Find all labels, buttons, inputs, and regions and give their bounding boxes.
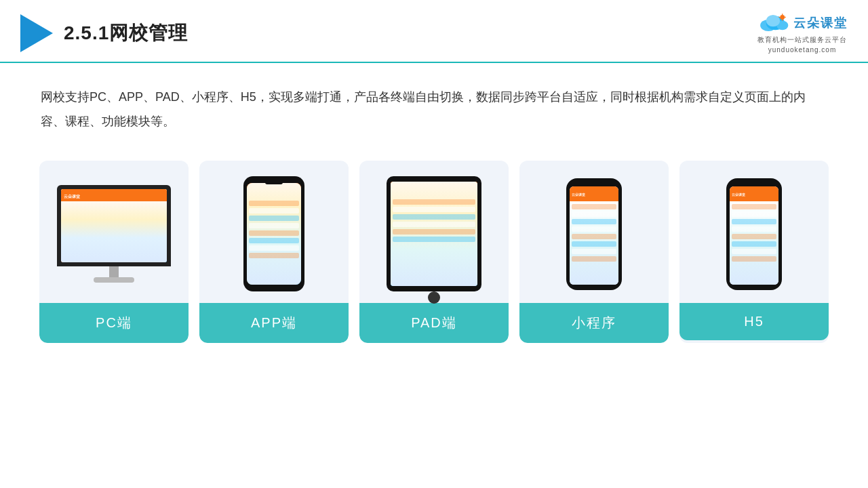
card-label-pad: PAD端 [359, 303, 509, 343]
logo-url: yunduoketang.com [768, 46, 837, 54]
monitor-brand-text: 云朵课堂 [64, 194, 80, 200]
screen-row [572, 234, 616, 239]
page-title: 2.5.1网校管理 [64, 20, 188, 46]
screen-row [732, 241, 776, 247]
tablet-content [391, 197, 477, 286]
play-icon [20, 14, 53, 52]
monitor-stand [109, 266, 119, 277]
logo-text-main: 云朵课堂 [793, 15, 848, 31]
screen-row [393, 214, 475, 220]
screen-row [63, 229, 165, 235]
card-image-app: 云朵课堂 [199, 161, 349, 303]
screen-row [393, 222, 475, 227]
screen-row [572, 249, 616, 254]
intro-text: 网校支持PC、APP、PAD、小程序、H5，实现多端打通，产品各终端自由切换，数… [0, 63, 868, 147]
cards-row: 云朵课堂 PC端 [0, 147, 868, 363]
pc-monitor: 云朵课堂 [57, 185, 171, 283]
screen-row [732, 211, 776, 217]
phone-screen-app: 云朵课堂 [247, 183, 301, 285]
tablet-screen: 云朵课堂 [391, 182, 477, 286]
screen-row [249, 238, 299, 243]
card-label-app: APP端 [199, 303, 349, 343]
screen-row [63, 222, 165, 227]
logo-area: 云朵课堂 教育机构一站式服务云平台 yunduoketang.com [757, 12, 848, 54]
h5-brand: 云朵课堂 [730, 192, 745, 197]
cloud-icon [757, 12, 789, 34]
tablet-body: 云朵课堂 [387, 176, 481, 291]
mini-phone-notch [587, 182, 601, 186]
mini-phone-body: 云朵课堂 [566, 178, 622, 290]
header: 2.5.1网校管理 云朵课堂 教育机构一站式服务云平台 yunduoketang… [0, 0, 868, 63]
mini-brand: 云朵课堂 [570, 192, 585, 197]
screen-row [249, 230, 299, 236]
screen-row [732, 204, 776, 209]
screen-row [572, 241, 616, 247]
card-image-mini: 云朵课堂 [519, 161, 669, 303]
screen-row [572, 211, 616, 217]
svg-point-3 [766, 15, 781, 26]
card-app: 云朵课堂 [199, 161, 349, 343]
screen-row [732, 256, 776, 262]
mini-phone-screen-h5: 云朵课堂 [730, 186, 778, 285]
card-label-pc: PC端 [39, 303, 189, 343]
screen-row [249, 253, 299, 258]
phone-mockup-mini: 云朵课堂 [566, 178, 622, 290]
mini-phone-screen-bar-h5: 云朵课堂 [730, 186, 778, 201]
card-pc: 云朵课堂 PC端 [39, 161, 189, 343]
card-label-h5: H5 [679, 303, 829, 340]
card-pad: 云朵课堂 PAD端 [359, 161, 509, 343]
monitor-body: 云朵课堂 [57, 185, 171, 266]
screen-row [732, 249, 776, 254]
svg-point-4 [780, 15, 785, 20]
phone-mockup-app: 云朵课堂 [243, 176, 304, 291]
monitor-base [94, 277, 134, 283]
monitor-screen: 云朵课堂 [61, 189, 167, 262]
screen-row [63, 237, 165, 242]
screen-row [249, 208, 299, 214]
card-image-pc: 云朵课堂 [39, 161, 189, 303]
screen-row [732, 234, 776, 239]
screen-row [249, 201, 299, 206]
header-left: 2.5.1网校管理 [20, 14, 188, 52]
card-mini-program: 云朵课堂 [519, 161, 669, 343]
screen-row [393, 237, 475, 242]
screen-row [572, 204, 616, 209]
mini-phone-screen-bar: 云朵课堂 [570, 186, 618, 201]
card-image-h5: 云朵课堂 [679, 161, 829, 303]
monitor-screen-content [61, 204, 167, 262]
screen-row [572, 219, 616, 224]
screen-row [732, 226, 776, 232]
card-h5: 云朵课堂 [679, 161, 829, 343]
mini-phone-body-h5: 云朵课堂 [726, 178, 782, 290]
phone-notch-app [265, 180, 283, 184]
screen-row [63, 207, 165, 212]
screen-row [393, 207, 475, 212]
screen-row [572, 226, 616, 232]
screen-row [249, 223, 299, 228]
h5-phone-content [730, 201, 778, 285]
screen-row [63, 244, 165, 249]
card-image-pad: 云朵课堂 [359, 161, 509, 303]
screen-row [249, 245, 299, 251]
screen-row [63, 214, 165, 220]
phone-mockup-h5: 云朵课堂 [726, 178, 782, 290]
mini-phone-content [570, 201, 618, 285]
mini-phone-notch-h5 [747, 182, 762, 186]
logo-cloud: 云朵课堂 [757, 12, 848, 34]
screen-row [393, 229, 475, 235]
screen-row [249, 216, 299, 221]
phone-content-app [247, 198, 301, 285]
phone-body-app: 云朵课堂 [243, 176, 304, 291]
monitor-brand-bar: 云朵课堂 [61, 189, 167, 204]
tablet-home-button [428, 291, 440, 304]
screen-row [732, 219, 776, 224]
logo-text-sub: 教育机构一站式服务云平台 [757, 35, 847, 45]
mini-phone-screen: 云朵课堂 [570, 186, 618, 285]
screen-row [393, 199, 475, 205]
card-label-mini: 小程序 [519, 303, 669, 343]
screen-row [572, 256, 616, 262]
